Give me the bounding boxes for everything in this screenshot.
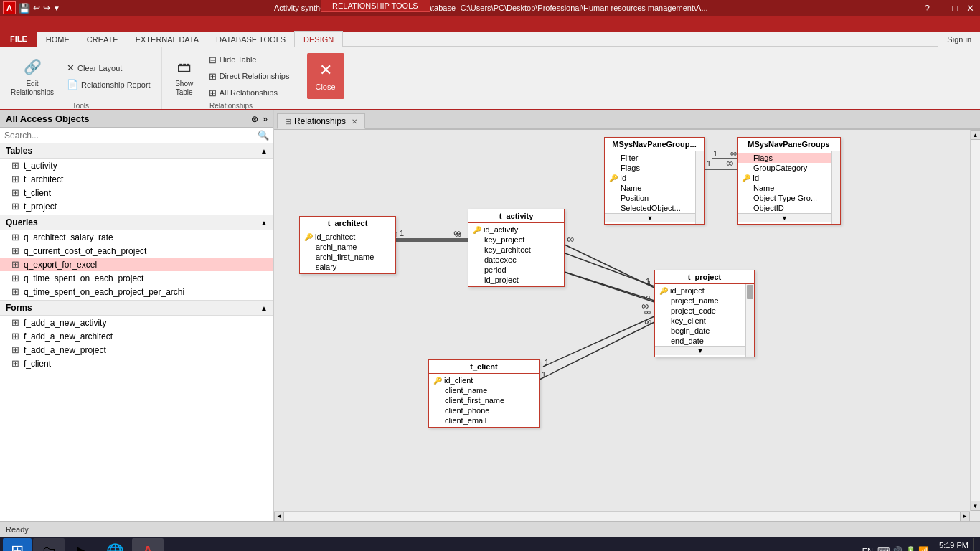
svg-line-22 bbox=[540, 322, 654, 380]
sign-in-btn[interactable]: Sign in bbox=[938, 32, 980, 47]
svg-text:∞: ∞ bbox=[726, 157, 733, 169]
form-icon: ⊞ bbox=[11, 358, 19, 369]
direct-relationships-btn[interactable]: ⊞ Direct Relationships bbox=[204, 69, 295, 84]
all-relationships-icon: ⊞ bbox=[209, 88, 217, 98]
sidebar-item[interactable]: ⊞ t_architect bbox=[0, 172, 273, 186]
section-header-queries[interactable]: Queries ▲ bbox=[0, 215, 273, 230]
taskbar-app-chrome[interactable]: 🌐 bbox=[99, 538, 131, 551]
vertical-scrollbar[interactable]: ▲ ▼ bbox=[970, 130, 980, 511]
relationship-report-btn[interactable]: 📄 Relationship Report bbox=[62, 77, 156, 92]
start-button[interactable]: ⊞ bbox=[3, 538, 32, 551]
svg-text:1: 1 bbox=[646, 277, 650, 286]
table-t-architect: t_architect 🔑 id_architect archi_name ar… bbox=[299, 216, 396, 274]
relationship-report-icon: 📄 bbox=[67, 79, 78, 90]
svg-text:∞: ∞ bbox=[567, 233, 574, 245]
maximize-btn[interactable]: □ bbox=[949, 3, 961, 14]
show-desktop-btn[interactable] bbox=[973, 538, 977, 551]
direct-relationships-icon: ⊞ bbox=[209, 71, 217, 82]
taskbar-icons: ⌨ 🔊 🔋 📶 bbox=[877, 546, 929, 551]
sidebar-collapse-btn[interactable]: ⊛ bbox=[251, 114, 258, 124]
sidebar-item-selected[interactable]: ⊞ q_export_for_excel bbox=[0, 258, 273, 271]
svg-text:∞: ∞ bbox=[453, 227, 461, 238]
query-icon: ⊞ bbox=[11, 232, 19, 242]
tab-file[interactable]: FILE bbox=[0, 31, 37, 47]
app-icon: A bbox=[3, 1, 16, 14]
qa-more-btn[interactable]: ▼ bbox=[53, 4, 60, 12]
sidebar-item[interactable]: ⊞ t_client bbox=[0, 186, 273, 199]
svg-text:1: 1 bbox=[647, 279, 651, 288]
close-ribbon-btn[interactable]: ✕ Close bbox=[307, 53, 344, 99]
sidebar-item[interactable]: ⊞ f_client bbox=[0, 357, 273, 370]
relationships-tab-icon: ⊞ bbox=[285, 117, 291, 126]
taskbar-app-explorer[interactable]: 🗂 bbox=[33, 538, 65, 551]
svg-text:∞: ∞ bbox=[730, 148, 737, 159]
sidebar-arrow-btn[interactable]: » bbox=[263, 114, 268, 124]
relationships-tab-label: Relationships bbox=[294, 116, 346, 126]
sidebar-item[interactable]: ⊞ f_add_a_new_architect bbox=[0, 329, 273, 343]
scroll-left-btn[interactable]: ◄ bbox=[274, 512, 284, 522]
search-input[interactable] bbox=[4, 131, 255, 141]
sidebar-item[interactable]: ⊞ f_add_a_new_activity bbox=[0, 316, 273, 329]
svg-text:1: 1 bbox=[400, 229, 404, 237]
tab-design[interactable]: DESIGN bbox=[294, 31, 343, 47]
scroll-up-btn[interactable]: ▲ bbox=[971, 130, 981, 140]
undo-btn[interactable]: ↩ bbox=[33, 3, 40, 13]
relationships-section-label: Relationships bbox=[209, 102, 253, 110]
tab-external-data[interactable]: EXTERNAL DATA bbox=[127, 32, 207, 47]
svg-line-8 bbox=[543, 316, 654, 367]
query-icon: ⊞ bbox=[11, 245, 19, 256]
edit-relationships-btn[interactable]: 🔗 EditRelationships bbox=[6, 52, 59, 100]
sidebar-item[interactable]: ⊞ q_current_cost_of_each_project bbox=[0, 244, 273, 258]
help-btn[interactable]: ? bbox=[922, 3, 933, 14]
svg-line-20 bbox=[565, 272, 654, 301]
taskbar-app-media[interactable]: ▶ bbox=[66, 538, 98, 551]
sidebar-item[interactable]: ⊞ q_time_spent_on_each_project_per_archi bbox=[0, 285, 273, 298]
form-icon: ⊞ bbox=[11, 344, 19, 355]
section-header-tables[interactable]: Tables ▲ bbox=[0, 143, 273, 159]
query-icon: ⊞ bbox=[11, 286, 19, 297]
show-table-btn[interactable]: 🗃 ShowTable bbox=[168, 52, 201, 100]
save-quick-btn[interactable]: 💾 bbox=[19, 3, 30, 14]
tab-create[interactable]: CREATE bbox=[78, 32, 127, 47]
redo-btn[interactable]: ↪ bbox=[43, 3, 50, 13]
table-icon: ⊞ bbox=[11, 160, 19, 171]
taskbar-app-access[interactable]: A bbox=[132, 538, 164, 551]
relationships-tab-close[interactable]: ✕ bbox=[352, 118, 357, 126]
tab-database-tools[interactable]: DATABASE TOOLS bbox=[207, 32, 294, 47]
sidebar-title: All Access Objects bbox=[6, 113, 90, 124]
query-icon: ⊞ bbox=[11, 259, 19, 270]
taskbar-language: EN bbox=[862, 547, 873, 551]
scroll-down-btn[interactable]: ▼ bbox=[971, 501, 981, 511]
svg-text:∞: ∞ bbox=[455, 229, 461, 240]
all-relationships-btn[interactable]: ⊞ All Relationships bbox=[204, 85, 295, 100]
tab-home[interactable]: HOME bbox=[37, 32, 78, 47]
clear-layout-btn[interactable]: ✕ Clear Layout bbox=[62, 60, 156, 75]
hide-table-btn[interactable]: ⊟ Hide Table bbox=[204, 52, 295, 67]
form-icon: ⊞ bbox=[11, 317, 19, 328]
relationships-tab[interactable]: ⊞ Relationships ✕ bbox=[277, 113, 365, 129]
diagram-area[interactable]: 1 ∞ ∞ 1 ∞ 1 ∞ 1 ∞ t_architect bbox=[274, 130, 980, 521]
svg-text:1: 1 bbox=[707, 159, 711, 168]
table-t-activity: t_activity 🔑 id_activity key_project key… bbox=[468, 209, 565, 287]
sidebar-item[interactable]: ⊞ q_time_spent_on_each_project bbox=[0, 271, 273, 285]
svg-text:∞: ∞ bbox=[644, 316, 651, 327]
section-header-forms[interactable]: Forms ▲ bbox=[0, 300, 273, 316]
svg-text:∞: ∞ bbox=[641, 300, 649, 311]
sidebar-item[interactable]: ⊞ f_add_a_new_project bbox=[0, 343, 273, 357]
table-icon: ⊞ bbox=[11, 201, 19, 212]
svg-text:1: 1 bbox=[545, 358, 549, 367]
svg-line-17 bbox=[565, 245, 654, 288]
hide-table-icon: ⊟ bbox=[209, 55, 217, 65]
svg-line-3 bbox=[557, 250, 654, 286]
close-btn[interactable]: ✕ bbox=[963, 3, 977, 14]
horizontal-scrollbar[interactable]: ◄ ► bbox=[274, 511, 970, 521]
sidebar-item[interactable]: ⊞ t_project bbox=[0, 199, 273, 213]
relationship-tools-context: RELATIONSHIP TOOLS bbox=[321, 0, 430, 12]
table-t-client: t_client 🔑 id_client client_name client_… bbox=[428, 359, 540, 428]
svg-text:∞: ∞ bbox=[644, 291, 650, 302]
sidebar-item[interactable]: ⊞ t_activity bbox=[0, 159, 273, 172]
minimize-btn[interactable]: – bbox=[936, 3, 946, 14]
sidebar-item[interactable]: ⊞ q_architect_salary_rate bbox=[0, 230, 273, 244]
scroll-right-btn[interactable]: ► bbox=[960, 512, 970, 522]
status-bar: Ready bbox=[0, 521, 980, 537]
